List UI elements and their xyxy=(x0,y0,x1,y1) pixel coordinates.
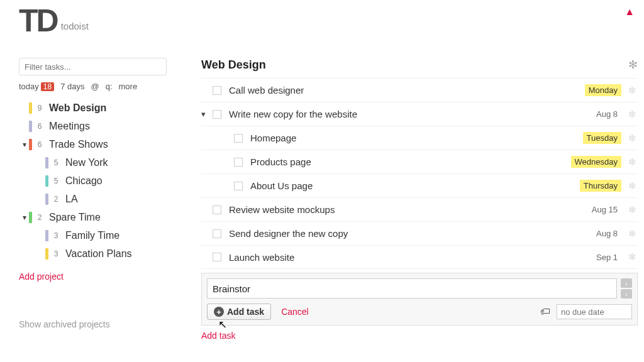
task-gear-icon[interactable]: ✻ xyxy=(626,156,638,168)
task-due: Aug 15 xyxy=(588,204,621,216)
task-checkbox[interactable] xyxy=(213,206,221,214)
project-list: 9Web Design6Meetings▾6Trade Shows5New Yo… xyxy=(19,99,167,263)
chevron-down-icon[interactable]: ▾ xyxy=(20,140,29,149)
task-gear-icon[interactable]: ✻ xyxy=(626,204,638,216)
due-date-input[interactable] xyxy=(557,304,632,319)
task-row[interactable]: Send designer the new copyAug 8✻ xyxy=(201,221,638,245)
tag-icon[interactable]: 🏷 xyxy=(540,306,550,317)
task-row[interactable]: ▾Write new copy for the websiteAug 8✻ xyxy=(201,102,638,126)
project-item[interactable]: 3Family Time xyxy=(19,226,167,244)
project-item[interactable]: 2LA xyxy=(19,190,167,208)
project-item[interactable]: 6Meetings xyxy=(19,117,167,135)
show-archived-link[interactable]: Show archived projects xyxy=(19,319,167,329)
task-name: Launch website xyxy=(229,252,592,263)
task-name: About Us page xyxy=(250,180,580,191)
task-gear-icon[interactable]: ✻ xyxy=(626,251,638,263)
task-checkbox[interactable] xyxy=(213,229,221,238)
project-color-bar xyxy=(45,175,48,187)
task-gear-icon[interactable]: ✻ xyxy=(626,228,638,239)
project-color-bar xyxy=(29,139,32,150)
project-name: New York xyxy=(65,157,108,168)
project-name: Web Design xyxy=(49,102,106,114)
project-count: 6 xyxy=(35,140,44,149)
chevron-down-icon[interactable]: ▾ xyxy=(20,213,29,222)
task-row[interactable]: Launch websiteSep 1✻ xyxy=(201,245,638,269)
project-item[interactable]: 5Chicago xyxy=(19,172,167,190)
add-task-link[interactable]: Add task xyxy=(201,331,235,341)
task-list: Call web designerMonday✻▾Write new copy … xyxy=(201,78,638,269)
task-row[interactable]: Products pageWednesday✻ xyxy=(201,150,638,173)
new-task-input[interactable] xyxy=(207,278,617,299)
project-count: 2 xyxy=(35,213,44,222)
indent-arrows: › ‹ xyxy=(621,278,632,299)
project-count: 5 xyxy=(52,158,60,167)
task-checkbox[interactable] xyxy=(234,158,243,167)
project-name: Family Time xyxy=(65,230,119,241)
project-color-bar xyxy=(45,230,48,241)
task-row[interactable]: Call web designerMonday✻ xyxy=(201,78,638,102)
project-name: Vacation Plans xyxy=(65,248,132,260)
sidebar: today18 7 days @ q: more 9Web Design6Mee… xyxy=(19,58,167,329)
task-due: Wednesday xyxy=(571,156,621,168)
add-task-panel: › ‹ + Add task Cancel 🏷 xyxy=(201,273,638,326)
project-count: 9 xyxy=(35,104,44,112)
app-name: todoist xyxy=(61,21,89,31)
alert-warning-icon[interactable]: ▲ xyxy=(625,6,635,18)
main-panel: Web Design ✻ Call web designerMonday✻▾Wr… xyxy=(201,58,638,341)
indent-left-icon[interactable]: ‹ xyxy=(621,289,632,299)
task-checkbox[interactable] xyxy=(213,253,221,261)
filter-more[interactable]: more xyxy=(119,82,138,91)
project-settings-gear-icon[interactable]: ✻ xyxy=(628,58,638,72)
project-color-bar xyxy=(29,121,32,132)
project-name: Chicago xyxy=(65,175,103,187)
task-gear-icon[interactable]: ✻ xyxy=(626,133,638,144)
task-row[interactable]: About Us pageThursday✻ xyxy=(201,173,638,197)
task-name: Review website mockups xyxy=(229,204,588,215)
task-due: Aug 8 xyxy=(592,108,621,120)
project-item[interactable]: ▾2Spare Time xyxy=(19,208,167,226)
task-gear-icon[interactable]: ✻ xyxy=(626,85,638,96)
cancel-link[interactable]: Cancel xyxy=(281,307,309,317)
project-color-bar xyxy=(45,248,48,260)
project-item[interactable]: 5New York xyxy=(19,153,167,172)
task-checkbox[interactable] xyxy=(234,134,243,143)
task-row[interactable]: Review website mockupsAug 15✻ xyxy=(201,197,638,221)
filter-q[interactable]: q: xyxy=(106,82,113,91)
task-checkbox[interactable] xyxy=(213,86,221,95)
project-title: Web Design xyxy=(201,58,266,72)
task-gear-icon[interactable]: ✻ xyxy=(626,109,638,120)
chevron-down-icon[interactable]: ▾ xyxy=(201,109,213,119)
project-count: 5 xyxy=(52,177,60,185)
project-color-bar xyxy=(29,212,32,223)
task-due: Monday xyxy=(585,84,621,96)
filter-7days[interactable]: 7 days xyxy=(60,82,84,91)
task-due: Tuesday xyxy=(583,132,621,144)
task-gear-icon[interactable]: ✻ xyxy=(626,180,638,192)
filter-input[interactable] xyxy=(19,58,167,75)
project-color-bar xyxy=(45,194,48,205)
quick-filters: today18 7 days @ q: more xyxy=(19,82,167,91)
project-item[interactable]: 3Vacation Plans xyxy=(19,244,167,263)
project-name: Trade Shows xyxy=(49,139,108,150)
task-name: Homepage xyxy=(250,133,583,143)
project-name: Meetings xyxy=(49,121,90,132)
filter-at[interactable]: @ xyxy=(91,82,99,91)
today-count-badge: 18 xyxy=(41,82,54,91)
add-task-button-label: Add task xyxy=(227,307,264,317)
task-checkbox[interactable] xyxy=(213,110,221,119)
project-count: 3 xyxy=(52,250,60,258)
project-item[interactable]: ▾6Trade Shows xyxy=(19,135,167,153)
task-name: Call web designer xyxy=(229,85,585,96)
project-color-bar xyxy=(45,157,48,168)
project-count: 3 xyxy=(52,231,60,240)
task-due: Sep 1 xyxy=(592,251,621,263)
indent-right-icon[interactable]: › xyxy=(621,278,632,288)
project-name: LA xyxy=(65,194,78,205)
project-item[interactable]: 9Web Design xyxy=(19,99,167,117)
project-color-bar xyxy=(29,102,32,114)
task-row[interactable]: HomepageTuesday✻ xyxy=(201,126,638,150)
filter-today[interactable]: today18 xyxy=(19,82,54,91)
add-task-button[interactable]: + Add task xyxy=(207,304,271,320)
add-project-link[interactable]: Add project xyxy=(19,272,167,282)
task-checkbox[interactable] xyxy=(234,182,243,190)
